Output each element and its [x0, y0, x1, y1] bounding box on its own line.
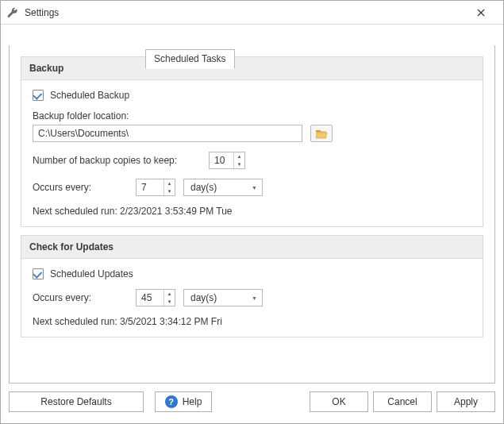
spinner-buttons: ▲ ▼	[164, 290, 175, 306]
button-label: Help	[183, 396, 202, 407]
restore-defaults-button[interactable]: Restore Defaults	[9, 391, 144, 412]
label-backup-occurs: Occurs every:	[33, 182, 136, 193]
tab-scheduled-tasks[interactable]: Scheduled Tasks	[145, 49, 235, 69]
checkbox-scheduled-updates[interactable]	[33, 268, 44, 279]
button-label: Restore Defaults	[40, 396, 111, 407]
combo-updates-occurs-unit[interactable]: day(s) ▼	[183, 289, 263, 306]
spinner-buttons: ▲ ▼	[164, 179, 175, 195]
spinner-backup-occurs[interactable]: 7 ▲ ▼	[136, 179, 175, 196]
window-title: Settings	[25, 7, 465, 18]
folder-icon	[315, 129, 328, 139]
spinner-updates-occurs[interactable]: 45 ▲ ▼	[136, 289, 175, 306]
cancel-button[interactable]: Cancel	[373, 391, 432, 412]
label-scheduled-backup: Scheduled Backup	[50, 90, 129, 101]
spinner-value: 45	[137, 292, 164, 303]
button-label: Apply	[454, 396, 478, 407]
tab-label: Scheduled Tasks	[154, 53, 226, 64]
label-backup-copies: Number of backup copies to keep:	[33, 155, 209, 166]
label-updates-occurs: Occurs every:	[33, 292, 136, 303]
tab-panel-scheduled-tasks: Backup Scheduled Backup Backup folder lo…	[9, 45, 495, 384]
input-value: C:\Users\Documents\	[38, 128, 129, 139]
button-label: Cancel	[387, 396, 417, 407]
combo-backup-occurs-unit[interactable]: day(s) ▼	[183, 179, 263, 196]
spinner-backup-copies[interactable]: 10 ▲ ▼	[209, 152, 245, 169]
spinner-value: 7	[137, 182, 164, 193]
input-backup-folder[interactable]: C:\Users\Documents\	[33, 125, 302, 142]
ok-button[interactable]: OK	[310, 391, 368, 412]
group-updates: Check for Updates Scheduled Updates Occu…	[21, 235, 483, 337]
wrench-icon	[6, 6, 20, 20]
spinner-down-icon[interactable]: ▼	[164, 298, 175, 306]
help-icon: ?	[165, 395, 178, 408]
apply-button[interactable]: Apply	[437, 391, 495, 412]
help-button[interactable]: ? Help	[155, 391, 212, 412]
group-header-updates: Check for Updates	[21, 236, 483, 259]
button-bar: Restore Defaults ? Help OK Cancel Apply	[9, 388, 495, 415]
combo-value: day(s)	[190, 292, 217, 303]
button-label: OK	[332, 396, 345, 407]
spinner-up-icon[interactable]: ▲	[234, 152, 244, 160]
close-button[interactable]	[465, 2, 497, 24]
spinner-up-icon[interactable]: ▲	[164, 179, 175, 187]
spinner-buttons: ▲ ▼	[233, 152, 244, 168]
spinner-down-icon[interactable]: ▼	[164, 187, 175, 195]
combo-value: day(s)	[190, 182, 217, 193]
label-backup-folder: Backup folder location:	[33, 110, 129, 121]
chevron-down-icon: ▼	[252, 295, 257, 301]
titlebar: Settings	[1, 1, 503, 25]
checkbox-scheduled-backup[interactable]	[33, 90, 44, 101]
chevron-down-icon: ▼	[252, 185, 257, 191]
group-body-backup: Scheduled Backup Backup folder location:…	[21, 80, 483, 226]
browse-folder-button[interactable]	[310, 125, 333, 142]
spinner-value: 10	[210, 155, 233, 166]
group-header-backup: Backup	[21, 57, 483, 80]
group-backup: Backup Scheduled Backup Backup folder lo…	[21, 56, 483, 227]
label-backup-next-run: Next scheduled run: 2/23/2021 3:53:49 PM…	[33, 206, 233, 217]
group-body-updates: Scheduled Updates Occurs every: 45 ▲ ▼ d…	[21, 259, 483, 337]
label-scheduled-updates: Scheduled Updates	[50, 268, 133, 279]
label-updates-next-run: Next scheduled run: 3/5/2021 3:34:12 PM …	[33, 316, 222, 327]
spinner-down-icon[interactable]: ▼	[234, 160, 244, 168]
spinner-up-icon[interactable]: ▲	[164, 290, 175, 298]
